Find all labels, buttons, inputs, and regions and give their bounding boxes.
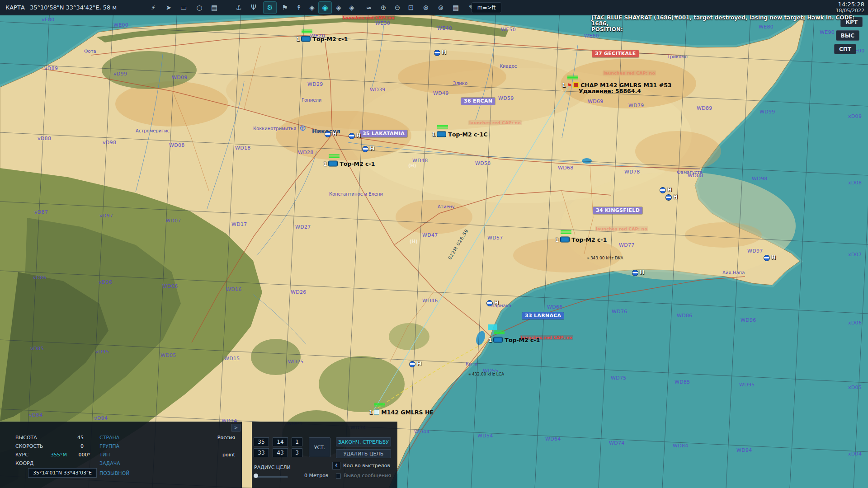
zoom-in-icon[interactable]: ⊕ [377,2,390,14]
grid-square-label: WD89 [697,105,712,111]
town-label: Фамагуста [677,170,703,175]
finish-firing-button[interactable]: ЗАКОНЧ. СТРЕЛЬБУ [336,437,391,446]
unit-count-label: 1 [369,409,373,415]
unit-label: Тор-М2 с-1С [448,131,487,138]
helicopter-label: Н [667,187,672,193]
zoom-window-icon[interactable]: ⊡ [405,2,417,14]
grid-icon[interactable]: ▦ [449,2,462,14]
grid-square-label: vD96 [99,279,112,285]
airbase-label[interactable]: 35 LAKATAMIA [360,130,407,137]
gear-icon[interactable]: ⚙ [264,2,276,14]
pointer-tool-icon[interactable]: ➤ [162,2,175,14]
grid-square-label: WD06 [162,283,178,289]
grid-square-label: WD05 [160,352,176,358]
waypoint-ghost-marker: (Н) [408,163,416,168]
cursor-coordinates: 35°10'58"N 33°34'42"E, 58 м [30,4,117,11]
grid-square-label: xD08 [848,180,862,186]
helicopter-label: Н [417,361,421,367]
helicopter-icon [434,50,440,56]
target-lon-sec-field[interactable]: 3 [292,448,302,457]
unit-count-label: 1 [555,236,559,243]
grid-square-label: vD94 [94,415,108,421]
radio3-icon[interactable]: ◈ [345,2,358,14]
grid-square-label: WD94 [736,447,752,453]
airbase-label[interactable]: 33 LARNACA [522,312,564,319]
branch-icon[interactable]: Ψ [247,2,260,14]
grid-square-label: WD76 [612,309,627,314]
textbox-tool-icon[interactable]: ▭ [177,2,190,14]
view-button-spt[interactable]: СПТ [834,44,856,54]
globe-icon[interactable]: ⊛ [420,2,432,14]
grid-square-label: WE30 [375,20,390,26]
circle-tool-icon[interactable]: ○ [193,2,206,14]
zoom-out-icon[interactable]: ⊖ [391,2,404,14]
grid-square-label: xD07 [848,252,862,258]
grid-square-label: vD85 [30,346,44,352]
unit-count-label: 1 [323,160,327,167]
type-label: ТИП [99,452,110,458]
layers-tool-icon[interactable]: ▤ [208,2,221,14]
gmlrs-unit-marker[interactable]: 1M142 GMLRS HE [369,409,434,416]
beacon-frequency-label: 343.00 kHz DKA [587,256,623,260]
unit-toggle-button[interactable]: m=>ft [472,2,501,13]
tor-unit-marker[interactable]: 1Тор-М2 с-1 [555,236,607,243]
coordinate-value[interactable]: 35°14'01"N 33°43'03"E [28,468,97,478]
task-label: ЗАДАЧА [99,460,120,466]
message-output-label: Вывод сообщения [344,473,391,479]
tor-unit-marker[interactable]: 1Тор-М2 с-1 [296,36,348,42]
airbase-label[interactable]: 36 ERCAN [461,98,495,105]
jtac-flag-icon: ⚑ [567,82,572,88]
beacon-icon[interactable]: ◉ [319,2,331,14]
grid-square-label: WD17 [231,221,247,227]
grid-square-label: WD08 [169,142,185,148]
expand-panel-button[interactable]: > [231,424,241,432]
airbase-label[interactable]: 37 GECITKALE [592,50,639,57]
message-output-checkbox[interactable] [336,474,341,479]
grid-square-label: WD74 [609,440,625,446]
unit-ammo-bars [437,125,448,129]
radio2-icon[interactable]: ◈ [332,2,345,14]
route-tool-icon[interactable]: ⚡ [147,2,160,14]
grid-square-label: WD96 [741,317,756,323]
radius-slider-handle[interactable] [254,474,258,478]
helicopter-label: Н [370,145,374,152]
grid-square-label: WD95 [739,382,755,388]
antenna-icon[interactable]: ↟ [292,2,305,14]
grid-square-label: WD46 [422,298,438,304]
tor-unit-marker[interactable]: 1Тор-М2 с-1С [432,131,488,138]
world-icon[interactable]: ⊚ [434,2,447,14]
set-target-button[interactable]: УСТ. [309,437,330,457]
gmlrs-icon [374,410,379,415]
waveform-icon[interactable]: ≈ [363,2,375,14]
grid-square-label: vD89 [44,66,58,71]
grid-square-label: vD86 [33,275,47,281]
target-lat-deg-field[interactable]: 35 [254,437,269,446]
tor-unit-marker[interactable]: 1Тор-М2 с-1 [488,337,540,343]
jtac-message-line1: JTAC BLUE SHAYRAT (1686)#001, target des… [591,15,865,27]
grid-square-label: WD29 [307,81,323,87]
target-unit-marker[interactable]: 1⚑СНАР M142 GMLRS M31 #53Удаление: 58864… [562,82,672,89]
delete-target-button[interactable]: УДАЛИТЬ ЦЕЛЬ [336,449,391,458]
anchor-icon[interactable]: ⚓ [232,2,245,14]
grid-square-label: vE80 [42,17,55,23]
jtac-message-line2: POSITION: [591,27,865,33]
radio-icon[interactable]: ◈ [306,2,318,14]
target-lon-deg-field[interactable]: 33 [254,448,269,457]
target-lat-min-field[interactable]: 14 [273,437,288,446]
tor-unit-marker[interactable]: 1Тор-М2 с-1 [323,160,375,167]
shots-count-field[interactable]: 4 [332,462,340,469]
radius-slider-track[interactable] [255,476,288,478]
grid-square-label: WD15 [224,356,240,361]
airbase-label[interactable]: 34 KINGSFIELD [593,207,642,214]
grid-square-label: WD58 [475,160,491,166]
target-lat-sec-field[interactable]: 1 [292,437,302,446]
town-label: Коккинотримитья [253,126,296,131]
tor-icon [493,337,503,343]
coord-label: КООРД [15,460,33,466]
grid-square-label: WD66 [547,304,563,310]
flag-icon[interactable]: ⚑ [278,2,291,14]
helicopter-icon [660,187,666,193]
target-lon-min-field[interactable]: 43 [273,448,288,457]
vor-beacon-icon: ⊕ [299,123,306,132]
helicopter-label: Н [494,300,499,306]
